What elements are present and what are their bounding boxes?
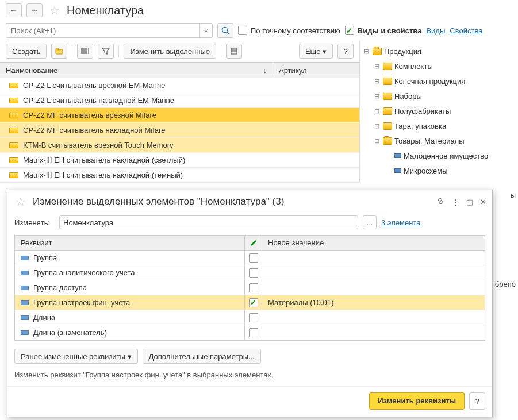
search-field[interactable]: × <box>6 23 213 38</box>
col-article-header[interactable]: Артикул <box>273 63 359 78</box>
grid-header: Наименование ↓ Артикул <box>0 62 359 78</box>
sort-arrow-icon: ↓ <box>263 66 267 75</box>
col-name-header[interactable]: Наименование ↓ <box>0 63 273 78</box>
item-icon <box>9 98 18 103</box>
collapse-icon[interactable]: ⊟ <box>373 137 381 145</box>
svg-rect-3 <box>56 48 59 50</box>
tree-folder[interactable]: ⊞Конечная продукция <box>362 74 516 88</box>
exact-match-checkbox[interactable]: По точному соответствию <box>238 26 340 35</box>
tree-folder[interactable]: ⊞Комплекты <box>362 59 516 74</box>
tree-item[interactable]: Малоценное имущество <box>362 148 516 163</box>
folder-icon <box>383 93 392 100</box>
create-button[interactable]: Создать <box>6 44 47 59</box>
expand-icon[interactable]: ⊞ <box>373 62 381 70</box>
expand-icon[interactable]: ⊞ <box>373 107 381 115</box>
item-icon <box>394 153 401 158</box>
table-row[interactable]: KTM-B считыватель врезной Touch Memory <box>0 138 359 153</box>
item-icon <box>9 142 18 148</box>
expand-icon[interactable]: ⊞ <box>373 92 381 100</box>
folder-icon <box>383 137 392 145</box>
help-button[interactable]: ? <box>337 44 354 59</box>
tree-folder[interactable]: ⊞Наборы <box>362 88 516 103</box>
table-row[interactable]: Matrix-III EH считыватель накладной (тем… <box>0 168 359 183</box>
favorite-star-icon[interactable]: ☆ <box>49 3 60 17</box>
folder-icon <box>383 107 392 115</box>
checkbox-icon <box>238 26 247 35</box>
table-row[interactable]: CP-Z2 MF считыватель накладной Mifare <box>0 123 359 138</box>
table-row[interactable]: Matrix-III EH считыватель накладной (све… <box>0 153 359 168</box>
nav-forward-button[interactable]: → <box>26 3 43 17</box>
svg-point-0 <box>222 28 228 33</box>
item-icon <box>9 172 18 178</box>
search-button[interactable] <box>217 23 233 38</box>
page-title: Номенклатура <box>67 4 144 17</box>
folder-icon <box>383 78 392 85</box>
more-button[interactable]: Еще ▾ <box>299 44 333 59</box>
tree-folder[interactable]: ⊞Тара, упаковка <box>362 118 516 133</box>
table-row[interactable]: CP-Z2 MF считыватель врезной Mifare <box>0 108 359 123</box>
props-link[interactable]: Свойства <box>450 26 482 35</box>
collapse-icon[interactable]: ⊟ <box>362 47 370 55</box>
folder-icon <box>373 48 382 55</box>
search-input[interactable] <box>6 26 199 35</box>
tree-folder[interactable]: ⊞Полуфабрикаты <box>362 103 516 118</box>
item-icon <box>394 168 401 173</box>
expand-icon[interactable]: ⊞ <box>373 77 381 85</box>
item-icon <box>9 157 18 163</box>
nav-back-button[interactable]: ← <box>6 3 22 17</box>
types-props-checkbox[interactable]: Виды и свойства <box>345 26 422 35</box>
list-settings-button[interactable] <box>226 44 242 59</box>
checkbox-icon <box>345 26 354 35</box>
table-row[interactable]: CP-Z2 L считыватель врезной EM-Marine <box>0 78 359 93</box>
svg-line-1 <box>227 32 229 34</box>
expand-icon[interactable]: ⊞ <box>373 122 381 130</box>
change-selected-button[interactable]: Изменить выделенные <box>124 44 216 59</box>
types-link[interactable]: Виды <box>426 26 445 35</box>
table-row[interactable]: CP-Z2 L считыватель накладной EM-Marine <box>0 93 359 108</box>
folder-icon <box>383 63 392 70</box>
barcode-button[interactable] <box>77 44 93 59</box>
filter-button[interactable] <box>98 44 114 59</box>
tree-folder-materials[interactable]: ⊟ Товары, Материалы <box>362 133 516 148</box>
tree-root[interactable]: ⊟ Продукция <box>362 44 516 59</box>
item-icon <box>9 128 18 133</box>
item-icon <box>9 113 18 118</box>
folder-icon <box>383 122 392 130</box>
search-clear-button[interactable]: × <box>199 24 212 37</box>
svg-rect-4 <box>231 48 237 54</box>
create-folder-button[interactable] <box>51 44 67 59</box>
tree-item[interactable]: Микросхемы <box>362 163 516 178</box>
item-icon <box>9 83 18 88</box>
